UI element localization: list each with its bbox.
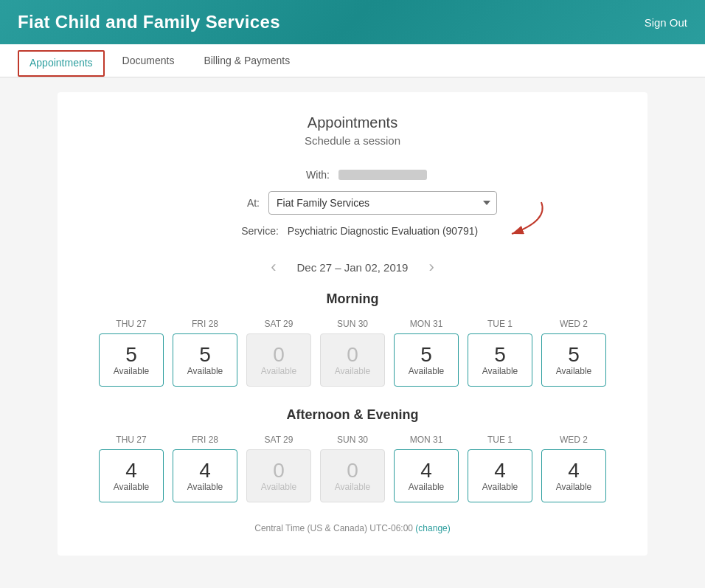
page-subtitle: Schedule a session (87, 134, 618, 147)
site-title: Fiat Child and Family Services (18, 12, 280, 32)
slot-count: 5 (420, 344, 432, 367)
day-slot[interactable]: 4Available (541, 449, 606, 502)
slot-count: 0 (273, 344, 285, 367)
slot-count: 5 (199, 344, 211, 367)
prev-week-button[interactable]: ‹ (265, 255, 282, 280)
day-label: THU 27 (116, 435, 146, 445)
day-col: TUE 15Available (467, 319, 533, 387)
slot-count: 5 (125, 344, 137, 367)
day-col: WED 25Available (541, 319, 607, 387)
day-slot[interactable]: 4Available (468, 449, 532, 502)
slot-label: Available (482, 482, 518, 492)
slot-count: 4 (125, 460, 137, 482)
day-slot[interactable]: 4Available (99, 449, 164, 502)
day-col: FRI 284Available (172, 435, 238, 502)
day-label: TUE 1 (487, 319, 513, 329)
with-label: With: (278, 169, 330, 181)
location-select[interactable]: Fiat Family Services Other Location (268, 191, 497, 215)
slot-count: 0 (347, 460, 358, 482)
slot-label: Available (335, 482, 370, 492)
week-navigation: ‹ Dec 27 – Jan 02, 2019 › (87, 255, 618, 280)
day-label: SUN 30 (337, 319, 368, 329)
signout-button[interactable]: Sign Out (645, 16, 687, 29)
afternoon-title: Afternoon & Evening (87, 407, 618, 423)
morning-section: Morning THU 275AvailableFRI 285Available… (87, 291, 618, 387)
day-slot: 0Available (320, 333, 385, 387)
slot-label: Available (114, 366, 149, 376)
day-col: TUE 14Available (467, 435, 533, 502)
tab-billing[interactable]: Billing & Payments (189, 44, 305, 77)
day-slot[interactable]: 5Available (541, 333, 606, 387)
week-label: Dec 27 – Jan 02, 2019 (297, 261, 409, 274)
day-slot: 0Available (246, 449, 311, 502)
day-slot: 0Available (246, 333, 311, 387)
slot-label: Available (409, 482, 444, 492)
day-label: FRI 28 (192, 319, 218, 329)
location-container: Fiat Family Services Other Location (268, 191, 497, 215)
day-label: FRI 28 (192, 435, 218, 445)
page-title: Appointments (87, 114, 618, 131)
slot-label: Available (409, 366, 444, 376)
day-label: WED 2 (560, 435, 588, 445)
day-slot[interactable]: 5Available (394, 333, 459, 387)
day-col: WED 24Available (541, 435, 607, 502)
at-label: At: (208, 197, 260, 209)
slot-count: 4 (420, 460, 432, 482)
day-slot[interactable]: 5Available (468, 333, 532, 387)
slot-count: 4 (494, 460, 506, 482)
day-label: THU 27 (116, 319, 146, 329)
day-slot: 0Available (320, 449, 385, 502)
slot-label: Available (187, 482, 223, 492)
slot-count: 4 (199, 460, 211, 482)
slot-count: 5 (568, 344, 580, 367)
day-slot[interactable]: 5Available (173, 333, 237, 387)
slot-count: 0 (273, 460, 285, 482)
day-label: SUN 30 (337, 435, 368, 445)
slot-label: Available (261, 366, 296, 376)
day-col: MON 314Available (393, 435, 459, 502)
tab-documents[interactable]: Documents (108, 44, 190, 77)
morning-grid: THU 275AvailableFRI 285AvailableSAT 290A… (87, 319, 618, 387)
slot-label: Available (187, 366, 223, 376)
day-col: FRI 285Available (172, 319, 238, 387)
day-col: SUN 300Available (319, 435, 386, 502)
main-content: Appointments Schedule a session With: At… (58, 92, 647, 556)
timezone-change-link[interactable]: (change) (415, 523, 450, 533)
at-row: At: Fiat Family Services Other Location (87, 191, 618, 215)
day-slot[interactable]: 5Available (99, 333, 164, 387)
day-col: THU 274Available (98, 435, 164, 502)
day-col: SUN 300Available (319, 319, 386, 387)
slot-count: 0 (347, 344, 358, 367)
day-label: SAT 29 (265, 319, 294, 329)
slot-label: Available (261, 482, 296, 492)
slot-label: Available (556, 366, 591, 376)
slot-label: Available (482, 366, 518, 376)
day-slot[interactable]: 4Available (394, 449, 459, 502)
day-col: THU 275Available (98, 319, 164, 387)
navigation: Appointments Documents Billing & Payment… (0, 44, 705, 77)
slot-label: Available (556, 482, 591, 492)
afternoon-section: Afternoon & Evening THU 274AvailableFRI … (87, 407, 618, 502)
header: Fiat Child and Family Services Sign Out (0, 0, 705, 44)
day-label: MON 31 (410, 319, 443, 329)
day-label: WED 2 (560, 319, 588, 329)
day-col: SAT 290Available (246, 435, 312, 502)
day-slot[interactable]: 4Available (173, 449, 237, 502)
day-col: SAT 290Available (246, 319, 312, 387)
slot-count: 4 (568, 460, 580, 482)
tab-appointments[interactable]: Appointments (18, 50, 105, 77)
day-label: SAT 29 (265, 435, 294, 445)
slot-label: Available (114, 482, 149, 492)
day-col: MON 315Available (393, 319, 459, 387)
service-row: Service: Psychiatric Diagnostic Evaluati… (87, 225, 618, 237)
morning-title: Morning (87, 291, 618, 307)
slot-count: 5 (494, 344, 506, 367)
day-label: TUE 1 (487, 435, 513, 445)
footer-timezone: Central Time (US & Canada) UTC-06:00 (ch… (87, 523, 618, 533)
service-label: Service: (227, 225, 279, 237)
service-value: Psychiatric Diagnostic Evaluation (90791… (288, 225, 478, 237)
afternoon-grid: THU 274AvailableFRI 284AvailableSAT 290A… (87, 435, 618, 502)
with-value-blurred (338, 170, 427, 180)
slot-label: Available (335, 366, 370, 376)
next-week-button[interactable]: › (423, 255, 440, 280)
